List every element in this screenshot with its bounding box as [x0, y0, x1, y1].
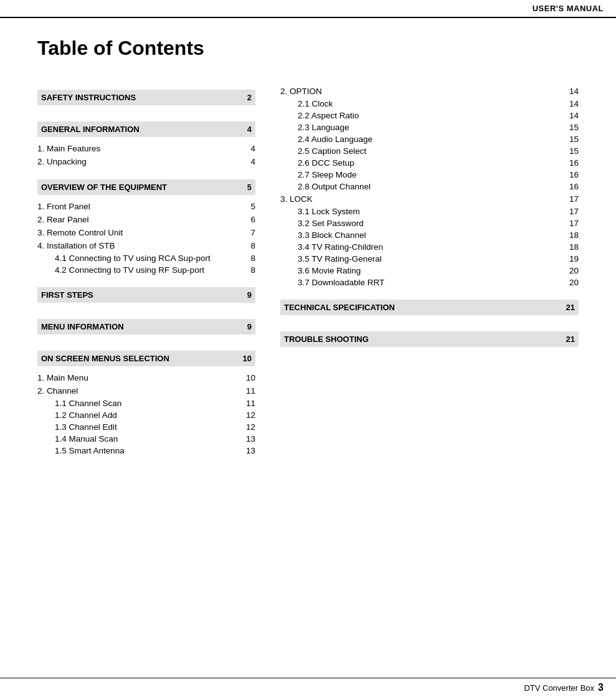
toc-item-page: 4: [240, 157, 255, 166]
toc-item-page: 7: [240, 228, 255, 237]
toc-subitem: 2.2 Aspect Ratio14: [280, 110, 579, 121]
toc-subitem-page: 14: [564, 99, 579, 108]
main-content: Table of Contents SAFETY INSTRUCTIONS2GE…: [0, 18, 616, 494]
toc-subitem-label: 1.3 Channel Edit: [55, 422, 240, 432]
section-header-page: 9: [247, 322, 252, 331]
toc-item-label: 2. Unpacking: [37, 157, 240, 166]
spacer: [37, 168, 255, 174]
toc-item-page: 8: [240, 241, 255, 250]
spacer: [37, 308, 255, 314]
toc-item-page: 14: [564, 87, 579, 96]
toc-subitem: 2.3 Language15: [280, 121, 579, 133]
toc-subitem-label: 2.6 DCC Setup: [298, 158, 564, 168]
toc-subitem-label: 4.1 Connecting to TV using RCA Sup-port: [55, 254, 240, 263]
section-header-page: 2: [247, 93, 252, 102]
toc-item-label: 2. Rear Panel: [37, 215, 240, 224]
header-title: USER'S MANUAL: [533, 4, 604, 13]
section-header-page: 5: [247, 183, 252, 192]
toc-subitem: 3.5 TV Rating-General19: [280, 253, 579, 265]
toc-subitem-label: 3.5 TV Rating-General: [298, 254, 564, 263]
section-header-label: GENERAL INFORMATION: [41, 125, 140, 134]
toc-item-label: 1. Main Menu: [37, 373, 240, 382]
toc-item: 2. Channel11: [37, 384, 255, 397]
toc-subitem: 2.6 DCC Setup16: [280, 157, 579, 169]
spacer: [37, 276, 255, 282]
section-header-page: 21: [566, 334, 575, 344]
toc-subitem-page: 16: [564, 182, 579, 191]
toc-item-page: 10: [240, 373, 255, 382]
section-header-label: TECHNICAL SPECIFICATION: [284, 303, 395, 312]
toc-item: 2. Unpacking4: [37, 155, 255, 168]
toc-subitem: 2.8 Output Channel16: [280, 181, 579, 192]
section-header-label: TROUBLE SHOOTING: [284, 334, 369, 344]
toc-subitem: 2.1 Clock14: [280, 98, 579, 110]
footer-page: 3: [598, 682, 604, 693]
toc-subitem-page: 16: [564, 158, 579, 168]
section-header-label: MENU INFORMATION: [41, 322, 124, 331]
toc-subitem-label: 2.5 Caption Select: [298, 146, 564, 156]
toc-item-page: 6: [240, 215, 255, 224]
toc-subitem-page: 13: [240, 434, 255, 443]
toc-subitem-page: 15: [564, 135, 579, 144]
toc-subitem-label: 2.1 Clock: [298, 99, 564, 108]
toc-subitem: 2.5 Caption Select15: [280, 145, 579, 157]
section-header: TECHNICAL SPECIFICATION21: [280, 300, 579, 315]
toc-right: 2. OPTION142.1 Clock142.2 Aspect Ratio14…: [268, 85, 579, 457]
section-header: FIRST STEPS9: [37, 287, 255, 303]
section-header: MENU INFORMATION9: [37, 319, 255, 334]
toc-subitem-label: 2.2 Aspect Ratio: [298, 111, 564, 120]
section-header-page: 10: [243, 354, 252, 363]
spacer: [37, 339, 255, 346]
toc-subitem-page: 15: [564, 146, 579, 156]
toc-item: 1. Front Panel5: [37, 200, 255, 213]
section-header-page: 21: [566, 303, 575, 312]
toc-subitem: 1.4 Manual Scan13: [37, 433, 255, 445]
footer-label: DTV Converter Box: [524, 683, 594, 693]
toc-item-label: 3. Remote Control Unit: [37, 228, 240, 237]
toc-subitem: 3.2 Set Password17: [280, 217, 579, 229]
toc-item: 2. Rear Panel6: [37, 213, 255, 226]
toc-subitem-page: 16: [564, 170, 579, 179]
toc-subitem-page: 19: [564, 254, 579, 263]
toc-subitem-label: 3.3 Block Channel: [298, 230, 564, 240]
toc-item: 4. Installation of STB8: [37, 239, 255, 252]
toc-subitem: 1.2 Channel Add12: [37, 409, 255, 421]
toc-item: 2. OPTION14: [280, 85, 579, 98]
toc-subitem-label: 2.4 Audio Language: [298, 135, 564, 144]
toc-item-label: 2. Channel: [37, 386, 240, 396]
toc-subitem: 3.4 TV Rating-Children18: [280, 241, 579, 253]
toc-subitem-page: 18: [564, 242, 579, 252]
section-header: SAFETY INSTRUCTIONS2: [37, 90, 255, 105]
spacer: [280, 288, 579, 295]
toc-subitem-label: 1.4 Manual Scan: [55, 434, 240, 443]
toc-item-label: 4. Installation of STB: [37, 241, 240, 250]
toc-subitem-label: 3.2 Set Password: [298, 219, 564, 228]
toc-subitem: 2.7 Sleep Mode16: [280, 169, 579, 181]
toc-subitem-label: 2.7 Sleep Mode: [298, 170, 564, 179]
footer-bar: DTV Converter Box 3: [0, 678, 616, 697]
section-header-page: 4: [247, 125, 252, 134]
section-header-page: 9: [247, 290, 252, 300]
toc-item: 1. Main Menu10: [37, 371, 255, 384]
section-header-label: ON SCREEN MENUS SELECTION: [41, 354, 169, 363]
toc-container: SAFETY INSTRUCTIONS2GENERAL INFORMATION4…: [37, 85, 579, 457]
toc-left: SAFETY INSTRUCTIONS2GENERAL INFORMATION4…: [37, 85, 268, 457]
toc-subitem-page: 15: [564, 123, 579, 132]
toc-subitem-page: 14: [564, 111, 579, 120]
toc-subitem-label: 1.2 Channel Add: [55, 410, 240, 420]
toc-item-label: 1. Front Panel: [37, 202, 240, 211]
toc-subitem-label: 1.5 Smart Antenna: [55, 446, 240, 455]
section-header: OVERVIEW OF THE EQUIPMENT5: [37, 179, 255, 195]
toc-subitem-page: 8: [240, 254, 255, 263]
toc-item: 3. Remote Control Unit7: [37, 226, 255, 239]
toc-item-label: 2. OPTION: [280, 87, 564, 96]
toc-subitem-page: 17: [564, 207, 579, 216]
toc-item: 1. Main Features4: [37, 142, 255, 155]
toc-subitem-label: 3.6 Movie Rating: [298, 266, 564, 275]
toc-subitem-label: 4.2 Connecting to TV using RF Sup-port: [55, 265, 240, 275]
toc-subitem-page: 18: [564, 230, 579, 240]
toc-item-label: 3. LOCK: [280, 194, 564, 204]
toc-subitem-page: 12: [240, 422, 255, 432]
section-header: ON SCREEN MENUS SELECTION10: [37, 351, 255, 366]
toc-item-page: 5: [240, 202, 255, 211]
